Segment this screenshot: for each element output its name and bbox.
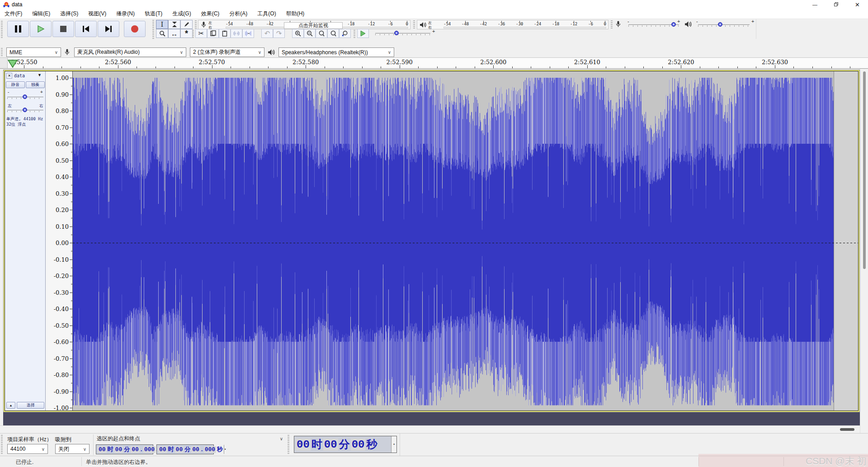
solo-button[interactable]: 独奏 xyxy=(26,81,45,88)
zoom-tool-button[interactable] xyxy=(156,29,168,38)
track-close-button[interactable]: ✕ xyxy=(6,73,12,79)
menu-item[interactable]: 分析(A) xyxy=(229,10,247,18)
fit-selection-button[interactable] xyxy=(316,29,327,38)
audio-host-select[interactable]: MME∨ xyxy=(6,47,61,57)
play-button[interactable] xyxy=(30,21,52,37)
playback-meter-scale: -54-48-42-36-30-24-18-12-60 xyxy=(443,21,606,26)
tick xyxy=(268,66,269,68)
copy-button[interactable] xyxy=(207,29,219,38)
playback-volume-slider[interactable] xyxy=(698,24,750,25)
menu-item[interactable]: 工具(O) xyxy=(257,10,276,18)
menu-item[interactable]: 播录(N) xyxy=(116,10,135,18)
grip[interactable] xyxy=(152,20,154,39)
pause-button[interactable] xyxy=(7,21,29,37)
trim-audio-button[interactable] xyxy=(231,29,242,38)
record-volume-plus: + xyxy=(677,19,680,24)
record-volume-thumb[interactable] xyxy=(671,22,676,27)
vertical-scrollbar-thumb[interactable] xyxy=(863,71,866,269)
timeline-ruler[interactable]: 2:52.5502:52.5602:52.5702:52.5802:52.590… xyxy=(0,58,868,69)
menu-item[interactable]: 选择(S) xyxy=(60,10,78,18)
selection-range-select[interactable]: 选区的起点和终点∨ xyxy=(97,435,283,443)
paste-button[interactable] xyxy=(219,29,231,38)
project-rate-select[interactable]: 44100∨ xyxy=(7,444,48,454)
monitor-overlay[interactable]: 点击开始监视 xyxy=(284,22,343,29)
timeline-label: 2:52.570 xyxy=(198,59,225,66)
snap-to-select[interactable]: 关闭∨ xyxy=(55,444,90,454)
play-pin-icon[interactable] xyxy=(8,60,18,68)
stop-button[interactable] xyxy=(52,21,74,37)
audio-position-field[interactable]: 00时 00分 00秒 ▾ xyxy=(294,436,397,453)
grip[interactable] xyxy=(413,20,415,29)
grip[interactable] xyxy=(354,30,355,39)
grip[interactable] xyxy=(288,435,289,455)
menu-item[interactable]: 轨道(T) xyxy=(145,10,162,18)
zoom-toggle-button[interactable] xyxy=(339,29,351,38)
play-at-speed-button[interactable] xyxy=(357,29,369,38)
vertical-ruler-label: -1.00 xyxy=(54,405,69,411)
track-menu-button[interactable]: ▼ xyxy=(38,73,42,77)
mute-button[interactable]: 静音 xyxy=(6,81,25,88)
recording-device-select[interactable]: 麦克风 (Realtek(R) Audio)∨ xyxy=(74,47,186,57)
grip[interactable] xyxy=(195,20,197,29)
track-select-button[interactable]: 选择 xyxy=(17,402,44,409)
selection-tool-button[interactable]: I xyxy=(156,20,168,29)
skip-to-end-button[interactable] xyxy=(98,21,119,37)
maximize-button[interactable] xyxy=(826,0,847,9)
timeline-label: 2:52.620 xyxy=(668,59,694,66)
tick xyxy=(70,144,72,144)
silence-audio-button[interactable] xyxy=(242,29,254,38)
zoom-in-button[interactable] xyxy=(292,29,304,38)
grip[interactable] xyxy=(1,435,3,455)
undo-button[interactable]: ↶ xyxy=(261,29,273,38)
zoom-out-button[interactable] xyxy=(304,29,316,38)
recording-channels-select[interactable]: 2 (立体声) 录制声道∨ xyxy=(190,47,264,57)
grip[interactable] xyxy=(192,30,194,39)
playback-device-select[interactable]: Speakers/Headphones (Realtek(R))∨ xyxy=(278,47,394,57)
post-clip-area[interactable] xyxy=(834,71,859,410)
play-speed-thumb[interactable] xyxy=(394,31,399,35)
cut-button[interactable]: ✂ xyxy=(195,29,207,38)
gain-thumb[interactable] xyxy=(23,94,27,99)
menu-item[interactable]: 效果(C) xyxy=(201,10,220,18)
tick xyxy=(70,78,72,78)
fit-project-button[interactable] xyxy=(327,29,339,38)
time-shift-tool-button[interactable]: ↔ xyxy=(168,29,180,38)
grip[interactable] xyxy=(1,21,3,38)
grip[interactable] xyxy=(1,48,3,57)
menu-item[interactable]: 文件(F) xyxy=(5,10,22,18)
menu-item[interactable]: 帮助(H) xyxy=(286,10,305,18)
minimize-button[interactable]: — xyxy=(804,0,826,9)
menu-item[interactable]: 编辑(E) xyxy=(32,10,50,18)
record-button[interactable] xyxy=(124,21,146,37)
selection-start-field[interactable]: 00时 00分 00.000秒 ▾ xyxy=(96,444,153,454)
selection-end-field[interactable]: 00时 00分 00.000秒 ▾ xyxy=(156,444,214,454)
multi-tool-button[interactable]: * xyxy=(180,29,193,38)
draw-tool-button[interactable] xyxy=(180,20,193,29)
tick xyxy=(418,66,419,68)
skip-to-start-button[interactable] xyxy=(75,21,97,37)
playback-volume-thumb[interactable] xyxy=(718,22,722,27)
horizontal-scrollbar[interactable] xyxy=(0,425,860,433)
vertical-ruler[interactable]: 1.000.900.800.700.600.500.400.300.200.10… xyxy=(46,71,73,410)
menu-item[interactable]: 生成(G) xyxy=(172,10,191,18)
horizontal-scrollbar-thumb[interactable] xyxy=(840,428,854,431)
menu-item[interactable]: 视图(V) xyxy=(88,10,106,18)
field-dropdown-arrow[interactable]: ▾ xyxy=(224,445,226,454)
envelope-tool-button[interactable] xyxy=(168,20,180,29)
redo-button[interactable]: ↷ xyxy=(273,29,285,38)
grip[interactable] xyxy=(611,20,613,29)
close-button[interactable]: ✕ xyxy=(847,0,868,9)
playback-meter[interactable]: 左 右 -54-48-42-36-30-24-18-12-60 xyxy=(417,20,609,29)
pan-thumb[interactable] xyxy=(23,108,27,112)
watermark-text: CSDN @末 初 xyxy=(806,455,867,467)
track-name[interactable]: data xyxy=(14,73,25,78)
collapse-track-button[interactable]: ▲ xyxy=(6,402,15,409)
tick xyxy=(812,66,813,68)
below-tracks-area[interactable] xyxy=(3,412,860,425)
tick xyxy=(70,276,72,276)
tick xyxy=(437,66,438,68)
waveform-canvas[interactable] xyxy=(73,71,834,410)
tick xyxy=(70,243,72,243)
play-speed-slider[interactable] xyxy=(375,33,430,33)
field-dropdown-arrow[interactable]: ▾ xyxy=(391,436,396,453)
